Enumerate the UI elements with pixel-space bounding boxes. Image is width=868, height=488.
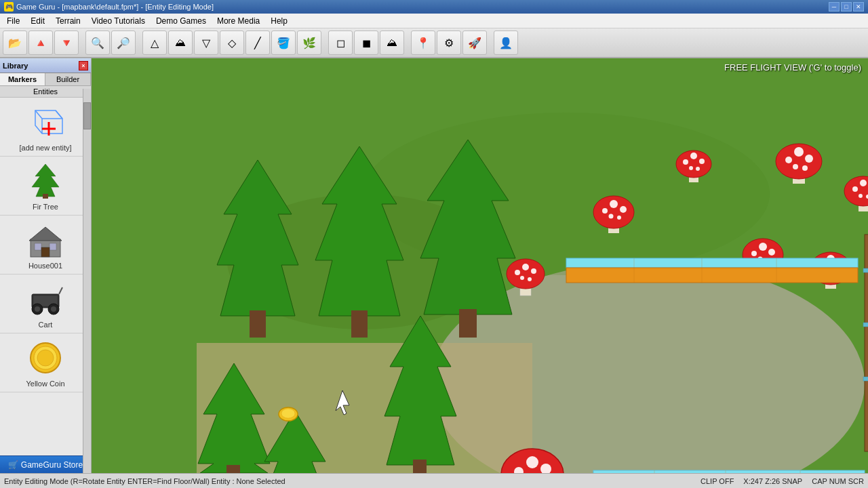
svg-point-44 (515, 270, 520, 275)
player-btn[interactable]: 👤 (494, 30, 518, 55)
yellow-coin-icon (22, 338, 69, 378)
yellow-coin-label: Yellow Coin (26, 380, 64, 388)
menu-item-help[interactable]: Help (265, 14, 293, 28)
svg-point-53 (609, 214, 614, 219)
svg-point-61 (696, 167, 700, 171)
terrain-btn3[interactable]: ▽ (194, 30, 218, 55)
store-label: GameGuru Store (21, 460, 83, 470)
terrain-btn6[interactable]: 🪣 (271, 30, 296, 55)
zoom-in-button[interactable]: 🔍 (85, 30, 110, 55)
library-close-button[interactable]: × (79, 61, 88, 70)
fir-tree-icon (22, 161, 69, 201)
menubar: FileEditTerrainVideo TutorialsDemo Games… (0, 14, 868, 28)
tab-builder[interactable]: Builder (45, 73, 91, 85)
house-icon (22, 220, 69, 260)
svg-rect-33 (351, 310, 368, 338)
svg-point-52 (620, 206, 627, 213)
rocket-btn[interactable]: 🚀 (462, 30, 487, 55)
svg-rect-113 (863, 323, 868, 327)
store-button[interactable]: 🛒 GameGuru Store (0, 455, 91, 473)
svg-point-19 (51, 306, 56, 312)
svg-rect-37 (413, 460, 427, 473)
zoom-out-button[interactable]: 🔎 (111, 30, 136, 55)
list-item-house[interactable]: House001 (0, 216, 91, 274)
viewport[interactable]: FREE FLIGHT VIEW ('G' to toggle) (92, 58, 868, 473)
toolbar-separator (488, 30, 492, 55)
fir-tree-label: Fir Tree (33, 203, 58, 211)
svg-point-71 (860, 180, 867, 186)
svg-rect-13 (41, 247, 50, 257)
svg-rect-103 (593, 470, 865, 473)
svg-point-51 (602, 208, 608, 214)
rotate-btn[interactable]: ⚙ (437, 30, 461, 55)
cart-label: Cart (39, 321, 53, 329)
svg-point-66 (805, 155, 813, 163)
add-entity-label: [add new entity] (19, 144, 71, 152)
svg-rect-110 (865, 235, 868, 451)
library-content: [add new entity] Fir Tree (0, 98, 91, 455)
toolbar: 📂🔺🔻🔍🔎△⛰▽◇╱🪣🌿◻◼⛰📍⚙🚀👤 (0, 28, 868, 58)
list-item-add-entity[interactable]: [add new entity] (0, 98, 91, 157)
scene-viewport (92, 58, 868, 473)
terrain-btn1[interactable]: △ (142, 30, 167, 55)
library-title: Library (3, 62, 79, 70)
menu-item-file[interactable]: File (1, 14, 25, 28)
menu-item-more-media[interactable]: More Media (212, 14, 265, 28)
svg-point-58 (683, 159, 688, 165)
menu-item-video-tutorials[interactable]: Video Tutorials (86, 14, 151, 28)
store-icon: 🛒 (8, 460, 18, 470)
svg-rect-35 (459, 309, 477, 338)
menu-item-edit[interactable]: Edit (25, 14, 50, 28)
svg-rect-12 (50, 243, 56, 250)
sidebar-scrollbar[interactable] (83, 89, 91, 473)
add-entity-icon (22, 102, 69, 142)
minimize-button[interactable]: ─ (829, 2, 840, 12)
list-item-cart[interactable]: Cart (0, 274, 91, 333)
maximize-button[interactable]: □ (841, 2, 852, 12)
terrain-btn4[interactable]: ◇ (220, 30, 244, 55)
svg-point-60 (689, 166, 693, 170)
entities-label: Entities (0, 86, 91, 98)
svg-point-116 (281, 409, 295, 418)
open-button[interactable]: 📂 (3, 30, 27, 55)
library-header: Library × (0, 58, 91, 73)
statusbar-right: CLIP OFF X:247 Z:26 SNAP CAP NUM SCR (701, 477, 864, 485)
svg-point-43 (522, 264, 529, 270)
svg-line-20 (59, 287, 62, 294)
marker-btn[interactable]: 📍 (411, 30, 435, 55)
close-button[interactable]: ✕ (853, 2, 864, 12)
terrain-btn2[interactable]: ⛰ (168, 30, 193, 55)
svg-rect-112 (863, 268, 868, 272)
svg-point-45 (531, 268, 536, 274)
list-item-fir-tree[interactable]: Fir Tree (0, 157, 91, 216)
menu-item-demo-games[interactable]: Demo Games (151, 14, 212, 28)
svg-point-79 (751, 251, 757, 256)
library-tabs: Markers Builder (0, 73, 91, 86)
svg-point-59 (699, 159, 705, 164)
svg-point-17 (35, 306, 40, 312)
svg-marker-7 (32, 164, 59, 197)
statusbar: Entity Editing Mode (R=Rotate Entity ENT… (0, 473, 868, 488)
svg-line-2 (56, 110, 62, 119)
main-layout: Library × Markers Builder Entities (0, 58, 868, 473)
statusbar-clip: CLIP OFF (701, 477, 734, 485)
save-down-button[interactable]: 🔻 (54, 30, 79, 55)
object-btn2[interactable]: ◼ (354, 30, 378, 55)
svg-rect-11 (35, 243, 41, 250)
svg-point-23 (37, 350, 54, 366)
list-item-yellow-coin[interactable]: Yellow Coin (0, 333, 91, 392)
object-btn1[interactable]: ◻ (328, 30, 353, 55)
svg-rect-114 (863, 377, 868, 381)
tab-markers[interactable]: Markers (0, 73, 45, 85)
svg-rect-31 (250, 310, 266, 338)
menu-item-terrain[interactable]: Terrain (50, 14, 86, 28)
svg-point-64 (794, 147, 804, 157)
terrain-btn7[interactable]: 🌿 (297, 30, 321, 55)
mountain-btn[interactable]: ⛰ (380, 30, 404, 55)
house-label: House001 (28, 262, 62, 270)
svg-rect-98 (566, 258, 858, 268)
save-up-button[interactable]: 🔺 (28, 30, 53, 55)
svg-point-46 (520, 276, 524, 280)
sidebar: Library × Markers Builder Entities (0, 58, 92, 473)
terrain-btn5[interactable]: ╱ (245, 30, 270, 55)
